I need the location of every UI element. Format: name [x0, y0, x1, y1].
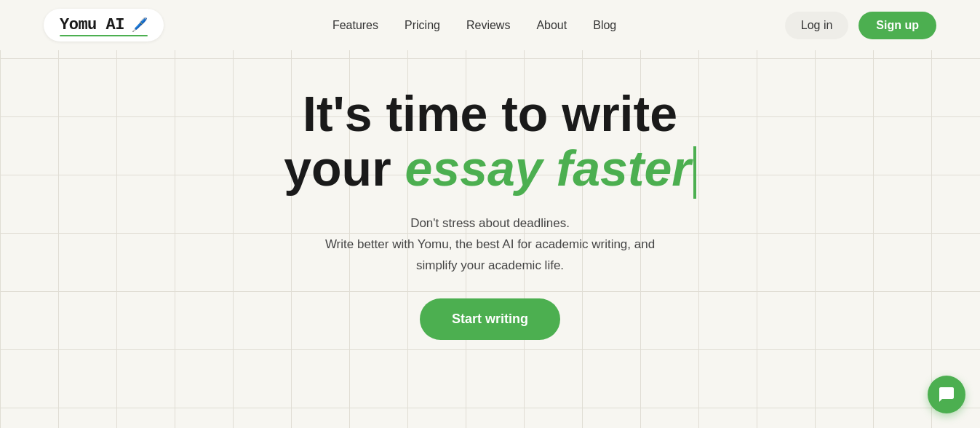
nav-link-pricing[interactable]: Pricing: [405, 19, 440, 31]
nav-item-about[interactable]: About: [536, 19, 567, 32]
nav-item-features[interactable]: Features: [332, 19, 378, 32]
hero-title-your: your: [284, 140, 405, 196]
hero-subtitle-line2: Write better with Yomu, the best AI for …: [325, 237, 655, 251]
hero-title-highlight: essay faster: [405, 140, 691, 196]
nav-link-features[interactable]: Features: [332, 19, 378, 31]
nav-actions: Log in Sign up: [785, 12, 936, 39]
hero-subtitle: Don't stress about deadlines. Write bett…: [15, 213, 965, 277]
start-writing-button[interactable]: Start writing: [420, 298, 560, 340]
hero-subtitle-line3: simplify your academic life.: [416, 258, 564, 272]
cursor-bar: [693, 146, 696, 199]
nav-item-blog[interactable]: Blog: [593, 19, 616, 32]
logo-wrapper: Yomu AI 🖊️: [44, 9, 164, 41]
logo-text: Yomu AI: [60, 16, 124, 34]
hero-title-line1-text: It's time to write: [303, 86, 677, 141]
hero-title: It's time to write ✦ ✦ ✦ your essay fast…: [15, 87, 965, 199]
nav-item-pricing[interactable]: Pricing: [405, 19, 440, 32]
chat-bubble-button[interactable]: [928, 376, 965, 413]
nav-link-reviews[interactable]: Reviews: [466, 19, 510, 31]
hero-title-line2: your essay faster: [15, 141, 965, 199]
logo-underline: [60, 35, 148, 36]
hero-title-line1: It's time to write ✦ ✦ ✦: [15, 87, 965, 141]
login-button[interactable]: Log in: [785, 12, 849, 39]
hero-section: It's time to write ✦ ✦ ✦ your essay fast…: [0, 50, 980, 362]
nav-item-reviews[interactable]: Reviews: [466, 19, 510, 32]
hero-subtitle-line1: Don't stress about deadlines.: [410, 216, 570, 230]
navbar: Yomu AI 🖊️ Features Pricing Reviews Abou…: [0, 0, 980, 50]
signup-button[interactable]: Sign up: [859, 12, 936, 39]
logo-pen-icon: 🖊️: [132, 17, 148, 32]
nav-link-about[interactable]: About: [536, 19, 567, 31]
chat-icon: [938, 386, 955, 403]
nav-links: Features Pricing Reviews About Blog: [332, 19, 616, 32]
logo-container: Yomu AI 🖊️: [60, 16, 148, 34]
nav-link-blog[interactable]: Blog: [593, 19, 616, 31]
